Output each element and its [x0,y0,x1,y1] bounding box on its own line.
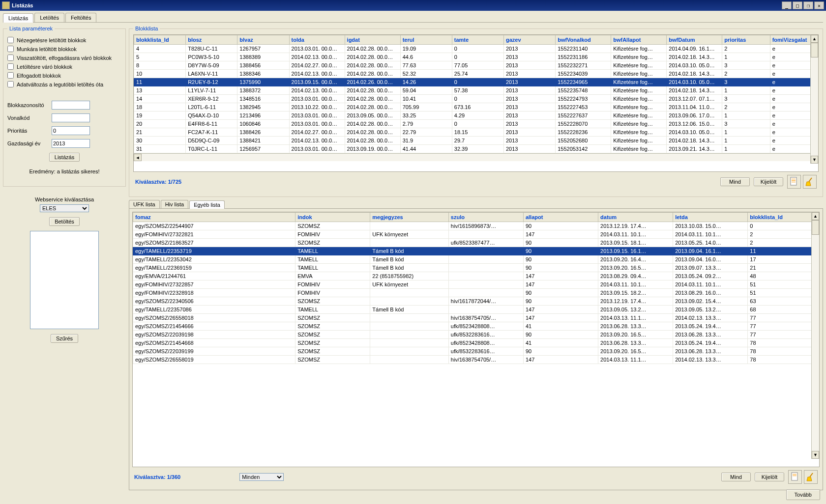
col-prioritas[interactable]: prioritas [722,35,770,45]
broom-icon-2[interactable] [804,470,818,484]
input-vonalkod[interactable] [52,113,90,122]
col-blosz[interactable]: blosz [186,35,237,45]
svg-rect-5 [792,473,797,480]
checkbox-3[interactable] [7,63,14,70]
checkbox-2[interactable] [7,55,14,61]
col-szulo[interactable]: szulo [448,213,523,222]
table-row[interactable]: 5PC0W3-5-1013883892014.02.13. 00.0…2014.… [134,53,818,61]
egyeb-vscroll[interactable]: ▲▼ [811,212,819,459]
table-row[interactable]: 4T828U-C-1112679572013.03.01. 00.0…2014.… [134,45,818,53]
table-row[interactable]: egy/TAMELL/22353719TAMELLTámell B kód902… [133,247,819,255]
minden-select[interactable]: Minden [239,473,284,481]
subtab-egyeb[interactable]: Egyéb lista [189,200,225,209]
subtab-hiv[interactable]: Hiv lista [161,200,189,208]
broom-icon[interactable] [803,175,817,189]
table-row[interactable]: 8D8Y7W-5-0913884562014.02.27. 00.0…2014.… [134,61,818,70]
table-row[interactable]: egy/SZOMSZ/26558018SZOMSZhiv/1638754705/… [133,314,819,322]
table-row[interactable]: egy/FOMIHIV/27322857FOMIHIVUFK környezet… [133,280,819,289]
list-button[interactable]: Listázás [49,153,80,162]
table-row[interactable]: 31T0JRC-L-1112569572013.03.01. 00.0…2013… [134,145,818,153]
window-title: Listázás [12,2,782,8]
checkbox-label-0: Nézegetésre letöltött blokkok [17,37,86,43]
table-row[interactable]: 21FC2A7-K-1113884262014.02.27. 00.0…2014… [134,128,818,137]
app-icon [2,1,10,9]
status-text: Eredmény: a listázás sikeres! [7,168,121,174]
col-blokklista_Id[interactable]: blokklista_Id [748,213,819,222]
restore-button[interactable]: ❐ [803,1,813,9]
input-prioritas[interactable] [52,126,90,135]
egyeb-mind-button[interactable]: Mind [721,473,751,481]
minimize-button[interactable]: _ [782,1,792,9]
svg-rect-2 [792,180,796,181]
table-row[interactable]: egy/SZOMSZ/26558019SZOMSZhiv/1638754705/… [133,356,819,364]
table-row[interactable]: egy/SZOMSZ/22039199SZOMSZufk/8532283616…… [133,347,819,356]
subtab-ufk[interactable]: UFK lista [129,200,160,208]
checkbox-0[interactable] [7,37,14,43]
tab-listazas[interactable]: Listázás [3,13,33,23]
table-row[interactable]: egy/SZOMSZ/21863527SZOMSZufk/8523387477…… [133,239,819,247]
table-row[interactable]: egy/FOMIHIV/27322821FOMIHIVUFK környezet… [133,230,819,239]
col-bwfDatum[interactable]: bwfDatum [667,35,722,45]
maximize-button[interactable]: □ [793,1,802,9]
table-row[interactable]: egy/TAMELL/22353042TAMELLTámell B kód902… [133,255,819,264]
blokk-kijelolt-button[interactable]: Kijelölt [754,177,783,186]
checkbox-5[interactable] [7,81,14,87]
table-row[interactable]: egy/SZOMSZ/22039198SZOMSZufk/8532283616…… [133,331,819,339]
blokk-hscroll[interactable]: ◄► [134,153,818,161]
col-blokklista_Id[interactable]: blokklista_Id [134,35,186,45]
table-row[interactable]: 10LA6XN-V-1113883462014.02.13. 00.0…2014… [134,70,818,78]
table-row[interactable]: 18L20TL-6-1113829452013.10.22. 00.0…2014… [134,103,818,112]
col-allapot[interactable]: allapot [523,213,598,222]
tab-feltoltes[interactable]: Feltöltés [65,13,97,22]
checkbox-4[interactable] [7,72,14,79]
table-row[interactable]: egy/TAMELL/22357086TAMELLTámell B kód147… [133,306,819,314]
col-terul[interactable]: terul [400,35,452,45]
table-row[interactable]: 11R2UEY-8-1213759902013.09.15. 00.0…2014… [134,78,818,86]
table-row[interactable]: 20E4FR8-6-1110608462013.03.01. 00.0…2014… [134,120,818,128]
filter-button[interactable]: Szűrés [51,334,78,343]
tovabb-button[interactable]: Tovább [786,489,820,500]
col-datum[interactable]: datum [598,213,673,222]
col-bwfAllapot[interactable]: bwfAllapot [611,35,667,45]
blokk-vscroll[interactable]: ▲▼ [810,35,818,164]
tab-letoltes[interactable]: Letöltés [34,13,64,22]
col-indok[interactable]: indok [295,213,370,222]
webservice-select[interactable]: ELES [40,204,89,212]
close-button[interactable]: ✕ [814,1,824,9]
blokk-mind-button[interactable]: Mind [720,177,750,186]
table-row[interactable]: 13L1YLV-7-1113883722014.02.13. 00.0…2014… [134,86,818,95]
load-button[interactable]: Betöltés [49,217,80,226]
document-icon[interactable] [787,175,801,189]
col-blvaz[interactable]: blvaz [237,35,289,45]
egyeb-kijelolt-button[interactable]: Kijelölt [755,473,784,481]
table-row[interactable]: 19Q54AX-D-1012134962013.03.01. 00.0…2013… [134,112,818,120]
col-fomaz[interactable]: fomaz [133,213,295,222]
col-tamte[interactable]: tamte [452,35,503,45]
checkbox-label-1: Munkára letöltött blokkok [17,46,77,52]
input-blokkazonosito[interactable] [52,101,90,110]
svg-rect-1 [792,179,796,179]
table-row[interactable]: egy/FOMIHIV/22328918FOMIHIV902013.09.15.… [133,289,819,297]
col-tolda[interactable]: tolda [289,35,345,45]
document-icon-2[interactable] [788,470,802,484]
input-gazdev[interactable] [52,139,90,148]
webservice-label: Webservice kiválasztása [9,196,120,202]
table-row[interactable]: egy/TAMELL/22369159TAMELLTámell B kód902… [133,264,819,272]
table-row[interactable]: 14XER6R-9-1213485162013.03.01. 00.0…2014… [134,95,818,103]
table-row[interactable]: 30D5D9Q-C-0913884212014.02.13. 00.0…2014… [134,137,818,145]
blokklista-table[interactable]: blokklista_Idbloszblvaztoldaigdatterulta… [134,35,818,153]
table-row[interactable]: egy/SZOMSZ/21454666SZOMSZufk/8523428808…… [133,322,819,331]
table-row[interactable]: egy/SZOMSZ/21454668SZOMSZufk/8523428808…… [133,339,819,347]
egyeb-table[interactable]: fomazindokmegjegyzesszuloallapotdatumlet… [133,212,819,364]
table-row[interactable]: egy/SZOMSZ/22340506SZOMSZhiv/1617872044/… [133,297,819,306]
col-bwfVonalkod[interactable]: bwfVonalkod [556,35,611,45]
col-igdat[interactable]: igdat [345,35,400,45]
table-row[interactable]: egy/EMVA/21244761EMVA22 (8518755982)1472… [133,272,819,280]
checkbox-label-4: Elfogadott blokkok [17,73,61,79]
col-megjegyzes[interactable]: megjegyzes [370,213,449,222]
checkbox-1[interactable] [7,46,14,52]
service-listbox[interactable] [30,231,99,329]
table-row[interactable]: egy/SZOMSZ/22544907SZOMSZhiv/1615896873/… [133,222,819,230]
col-letda[interactable]: letda [673,213,748,222]
col-gazev[interactable]: gazev [503,35,555,45]
